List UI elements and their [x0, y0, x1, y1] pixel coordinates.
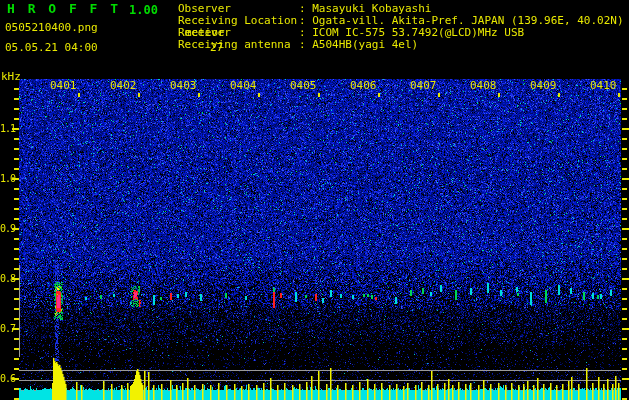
- info-row-antenna: Receiving antenna: A504HB(yagi 4el): [178, 39, 418, 51]
- y-axis-unit-label: kHz: [1, 71, 21, 83]
- output-filename: 0505210400.png: [5, 22, 98, 34]
- app-title: H R O F F T: [7, 3, 121, 15]
- info-colon: :: [299, 39, 312, 51]
- hrofft-screen: H R O F F T 1.00 0505210400.png meteor 0…: [0, 0, 629, 400]
- y-tick-label: 0.8: [0, 273, 15, 284]
- y-tick-label: 0.7: [0, 323, 15, 334]
- time-label: 0404: [230, 80, 257, 92]
- time-label: 0405: [290, 80, 317, 92]
- time-label: 0407: [410, 80, 437, 92]
- time-label: 0410: [590, 80, 617, 92]
- info-label: Receiving antenna: [178, 39, 299, 51]
- app-version: 1.00: [129, 4, 158, 16]
- y-tick-label: 1.1: [0, 123, 15, 134]
- y-tick-label: 1.0: [0, 173, 15, 184]
- y-tick-label: 0.6: [0, 373, 15, 384]
- spectrogram-canvas: [0, 0, 629, 400]
- datetime-label: 05.05.21 04:00: [5, 42, 98, 54]
- time-label: 0406: [350, 80, 377, 92]
- time-label: 0402: [110, 80, 137, 92]
- y-tick-label: 0.9: [0, 223, 15, 234]
- info-value: A504HB(yagi 4el): [312, 39, 418, 51]
- time-label: 0401: [50, 80, 77, 92]
- time-label: 0409: [530, 80, 557, 92]
- time-label: 0403: [170, 80, 197, 92]
- time-label: 0408: [470, 80, 497, 92]
